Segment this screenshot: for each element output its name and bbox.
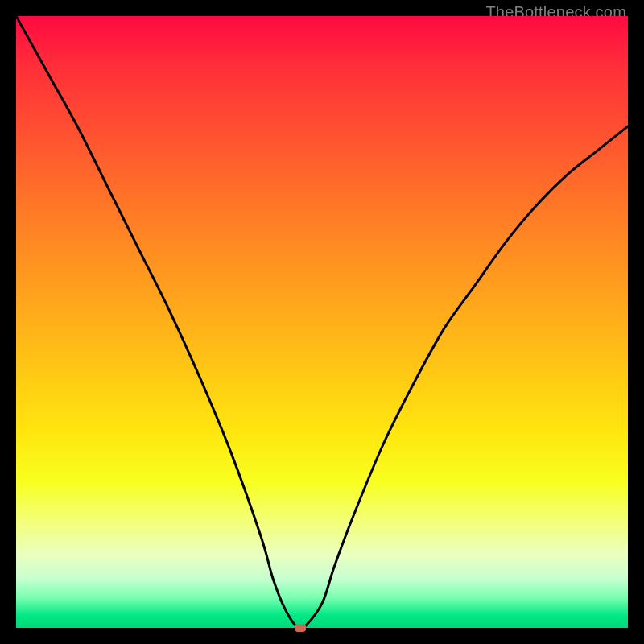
plot-area (16, 16, 628, 628)
bottleneck-curve (16, 16, 628, 628)
chart-frame: TheBottleneck.com (0, 0, 644, 644)
optimum-marker (295, 624, 306, 632)
